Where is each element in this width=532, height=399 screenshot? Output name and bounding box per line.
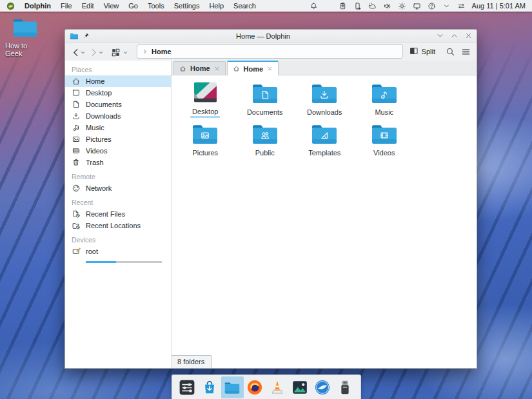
trash-icon <box>72 158 81 167</box>
menu-view[interactable]: View <box>104 2 119 10</box>
tab-label: Home <box>190 64 210 72</box>
sidebar-item-label: Network <box>86 184 112 192</box>
shade-button[interactable] <box>437 32 444 39</box>
folder-view[interactable]: Desktop Documents Downloads Music Pictur… <box>172 75 477 353</box>
brightness-icon[interactable] <box>398 2 406 10</box>
menu-go[interactable]: Go <box>128 2 138 10</box>
sidebar-item-pictures[interactable]: Pictures <box>65 133 171 145</box>
close-button[interactable] <box>465 32 472 39</box>
sidebar-item-label: Pictures <box>86 135 112 143</box>
sidebar-section-places: Places <box>65 61 171 75</box>
folder-desktop[interactable]: Desktop <box>175 81 235 122</box>
taskbar-system-settings-icon[interactable] <box>176 376 199 398</box>
tab-close-icon[interactable] <box>214 66 220 72</box>
search-button[interactable] <box>446 47 455 57</box>
folder-templates[interactable]: Templates <box>295 122 355 162</box>
view-mode-button[interactable] <box>111 46 128 57</box>
menu-search[interactable]: Search <box>233 2 256 10</box>
menu-app-name[interactable]: Dolphin <box>25 2 51 10</box>
tab-label: Home <box>244 65 264 73</box>
sidebar-item-music[interactable]: Music <box>65 122 171 133</box>
pin-icon[interactable] <box>83 32 90 39</box>
disk-usage-fill <box>86 261 116 263</box>
tab-home-2[interactable]: Home <box>227 61 279 75</box>
folder-documents[interactable]: Documents <box>235 81 295 122</box>
taskbar-gwenview-icon[interactable] <box>289 376 311 398</box>
folder-public[interactable]: Public <box>235 122 295 162</box>
folder-pictures[interactable]: Pictures <box>175 122 235 162</box>
chevron-down-icon[interactable] <box>442 2 451 10</box>
folder-icon <box>12 16 39 41</box>
back-button[interactable] <box>71 46 85 57</box>
taskbar-konqueror-icon[interactable] <box>311 376 334 398</box>
sidebar-item-label: Documents <box>86 101 122 108</box>
sidebar-item-downloads[interactable]: Downloads <box>65 110 171 122</box>
desktop-icon <box>72 88 81 97</box>
menu-settings[interactable]: Settings <box>174 2 200 10</box>
sidebar-item-desktop[interactable]: Desktop <box>65 87 171 99</box>
menu-file[interactable]: File <box>61 2 72 10</box>
tab-close-icon[interactable] <box>267 66 273 72</box>
hamburger-menu-button[interactable] <box>461 47 471 57</box>
menu-edit[interactable]: Edit <box>82 2 94 10</box>
taskbar-device-notifier-icon[interactable] <box>334 376 357 398</box>
phone-device-icon[interactable] <box>353 2 362 10</box>
sidebar-item-home[interactable]: Home <box>65 75 171 87</box>
folder-label: Videos <box>371 149 397 157</box>
content-area: HomeHome Desktop Documents Downloads Mus… <box>172 61 477 368</box>
help-icon[interactable] <box>428 2 436 10</box>
notifications-bell-icon[interactable] <box>310 2 318 10</box>
folder-videos[interactable]: Videos <box>355 122 415 162</box>
location-bar[interactable]: Home <box>137 44 403 59</box>
sidebar-item-label: Desktop <box>86 89 112 97</box>
taskbar-dolphin-icon[interactable] <box>221 376 244 398</box>
folder-music-icon <box>370 81 399 107</box>
display-icon[interactable] <box>413 2 421 10</box>
folder-public-icon <box>251 122 279 148</box>
volume-icon[interactable] <box>383 2 391 10</box>
weather-icon[interactable] <box>368 2 377 10</box>
clipboard-icon[interactable] <box>339 2 347 10</box>
taskbar-firefox-icon[interactable] <box>244 376 266 398</box>
folder-downloads[interactable]: Downloads <box>295 81 355 122</box>
folder-videos-icon <box>370 122 399 148</box>
folder-label: Desktop <box>190 108 220 116</box>
desktop-shortcut-label: How to Geek <box>5 42 45 57</box>
split-button[interactable]: Split <box>409 46 435 57</box>
home-icon <box>233 65 240 72</box>
sidebar-item-documents[interactable]: Documents <box>65 99 171 110</box>
menu-help[interactable]: Help <box>209 2 224 10</box>
sidebar-item-trash[interactable]: Trash <box>65 157 171 168</box>
clock[interactable]: Aug 11 | 5:01 AM <box>472 2 526 10</box>
breadcrumb[interactable]: Home <box>152 48 172 55</box>
tab-home-1[interactable]: Home <box>173 61 226 75</box>
user-desktop-icon <box>192 81 219 106</box>
menu-tools[interactable]: Tools <box>148 2 164 10</box>
folder-music[interactable]: Music <box>355 81 415 122</box>
titlebar[interactable]: Home — Dolphin <box>65 30 477 43</box>
desktop-shortcut-how-to-geek[interactable]: How to Geek <box>5 16 45 57</box>
folder-label: Music <box>373 108 395 117</box>
home-icon <box>179 65 186 72</box>
system-tray: Aug 11 | 5:01 AM <box>310 2 526 10</box>
taskbar-vlc-icon[interactable] <box>266 376 289 398</box>
maximize-button[interactable] <box>451 32 458 39</box>
window-main: PlacesHomeDesktopDocumentsDownloadsMusic… <box>65 61 477 368</box>
sidebar-item-root[interactable]: root <box>65 246 171 266</box>
dolphin-app-icon <box>70 32 79 40</box>
menu-items: FileEditViewGoToolsSettingsHelpSearch <box>61 2 256 10</box>
folder-downloads-icon <box>310 81 339 107</box>
disk-usage-bar <box>86 261 162 263</box>
taskbar-discover-icon[interactable] <box>199 376 221 398</box>
sidebar-item-label: Videos <box>86 147 107 155</box>
distro-logo-icon[interactable] <box>6 2 15 10</box>
sidebar-item-network[interactable]: Network <box>65 182 171 194</box>
recent-folder-icon <box>72 221 81 230</box>
network-icon <box>72 184 81 193</box>
status-arrows-icon[interactable] <box>457 2 466 10</box>
tab-bar: HomeHome <box>172 61 477 75</box>
sidebar-item-recent-locations[interactable]: Recent Locations <box>65 220 171 231</box>
sidebar-item-videos[interactable]: Videos <box>65 145 171 157</box>
sidebar-item-recent-files[interactable]: Recent Files <box>65 208 171 220</box>
forward-button[interactable] <box>89 46 103 57</box>
